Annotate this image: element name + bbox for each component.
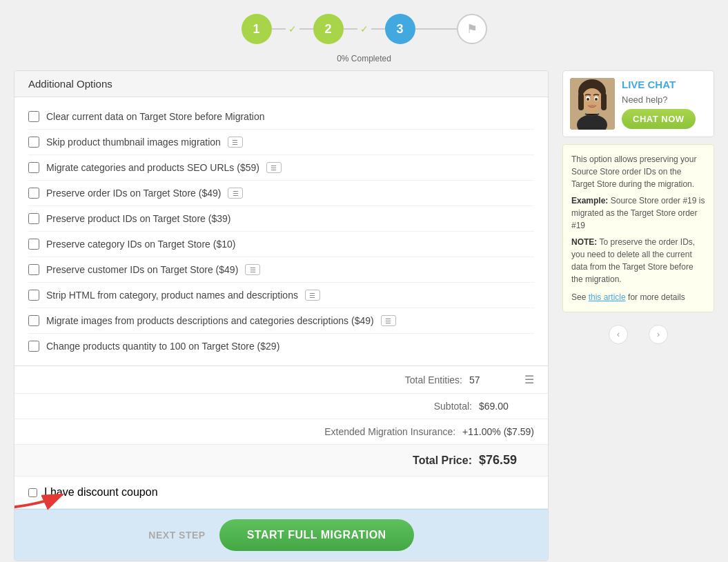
total-entities-value: 57 xyxy=(469,374,524,385)
action-bar: NEXT STEP START FULL MIGRATION xyxy=(14,509,548,561)
step-3-circle: 3 xyxy=(385,14,415,44)
info-icon-3[interactable]: ☰ xyxy=(266,162,282,173)
option-row-8: Strip HTML from category, product names … xyxy=(28,283,534,308)
carousel-nav: ‹ › xyxy=(562,319,714,350)
chat-header: LIVE CHAT Need help? CHAT NOW xyxy=(563,71,714,137)
total-price-value: $76.59 xyxy=(479,453,534,468)
info-icon-4[interactable]: ☰ xyxy=(228,188,243,199)
info-card: This option allows preserving your Sourc… xyxy=(562,144,714,312)
svg-rect-6 xyxy=(601,93,607,110)
option-label-2: Skip product thumbnail images migration xyxy=(46,137,221,148)
info-example: Example: Source Store order #19 is migra… xyxy=(571,194,705,232)
options-list: Clear current data on Target Store befor… xyxy=(14,97,548,365)
option-label-8: Strip HTML from category, product names … xyxy=(46,290,298,301)
start-migration-button[interactable]: START FULL MIGRATION xyxy=(219,519,414,551)
carousel-prev-button[interactable]: ‹ xyxy=(609,325,628,344)
avatar-svg xyxy=(570,78,615,130)
option-label-3: Migrate categories and products SEO URLs… xyxy=(46,162,259,173)
step-1-circle: 1 xyxy=(242,14,272,44)
option-row-3: Migrate categories and products SEO URLs… xyxy=(28,155,534,181)
connector-1-2: ✓ xyxy=(272,23,313,34)
option-label-6: Preserve category IDs on Target Store ($… xyxy=(46,239,235,250)
option-row-6: Preserve category IDs on Target Store ($… xyxy=(28,232,534,257)
svg-point-4 xyxy=(582,88,602,112)
option-checkbox-3[interactable] xyxy=(28,162,39,173)
option-checkbox-2[interactable] xyxy=(28,137,39,148)
option-label-9: Migrate images from products description… xyxy=(46,315,374,326)
insurance-label: Extended Migration Insurance: xyxy=(28,426,462,437)
step-2-circle: 2 xyxy=(313,14,344,44)
discount-row: I have discount coupon xyxy=(14,476,548,509)
discount-label: I have discount coupon xyxy=(44,486,158,499)
insurance-value: +11.00% ($7.59) xyxy=(462,426,534,437)
option-label-4: Preserve order IDs on Target Store ($49) xyxy=(46,188,221,199)
info-note: NOTE: To preserve the order IDs, you nee… xyxy=(571,236,705,285)
info-icon-9[interactable]: ☰ xyxy=(381,315,396,326)
stepper: 1 ✓ 2 ✓ 3 ⚑ xyxy=(0,0,728,51)
option-label-7: Preserve customer IDs on Target Store ($… xyxy=(46,264,238,275)
step-flag-wrapper: ⚑ xyxy=(457,14,487,44)
need-help-text: Need help? xyxy=(622,94,668,105)
next-step-button[interactable]: NEXT STEP xyxy=(148,530,205,541)
total-price-row: Total Price: $76.59 xyxy=(14,445,548,476)
option-label-10: Change products quantity to 100 on Targe… xyxy=(46,341,279,352)
example-label: Example: xyxy=(571,196,608,205)
option-checkbox-7[interactable] xyxy=(28,264,39,275)
option-row-2: Skip product thumbnail images migration … xyxy=(28,130,534,155)
option-row-5: Preserve product IDs on Target Store ($3… xyxy=(28,206,534,232)
total-entities-row: Total Entities: 57 ☰ xyxy=(14,366,548,394)
left-panel: Additional Options Clear current data on… xyxy=(14,70,549,561)
progress-label: 0% Completed xyxy=(337,54,391,63)
additional-options-header: Additional Options xyxy=(14,71,548,97)
connector-2-3: ✓ xyxy=(344,23,385,34)
checkmark-1: ✓ xyxy=(288,23,297,34)
info-text: This option allows preserving your Sourc… xyxy=(571,153,705,190)
option-label-5: Preserve product IDs on Target Store ($3… xyxy=(46,213,230,224)
carousel-next-button[interactable]: › xyxy=(649,325,668,344)
connector-3-flag xyxy=(415,28,457,30)
option-row-9: Migrate images from products description… xyxy=(28,308,534,334)
step-1-wrapper: 1 xyxy=(242,14,272,44)
total-entities-label: Total Entities: xyxy=(28,374,469,385)
link-suffix: for more details xyxy=(626,292,685,302)
option-checkbox-1[interactable] xyxy=(28,111,39,122)
option-checkbox-9[interactable] xyxy=(28,315,39,326)
svg-rect-5 xyxy=(578,93,584,110)
info-link-row: See this article for more details xyxy=(571,291,705,303)
info-icon-8[interactable]: ☰ xyxy=(305,290,320,301)
summary-section: Total Entities: 57 ☰ Subtotal: $69.00 Ex… xyxy=(14,365,548,476)
option-label-1: Clear current data on Target Store befor… xyxy=(46,111,264,122)
chat-now-button[interactable]: CHAT NOW xyxy=(622,109,696,129)
avatar xyxy=(570,78,615,130)
chat-card: LIVE CHAT Need help? CHAT NOW xyxy=(562,70,714,137)
step-2-wrapper: 2 xyxy=(313,14,344,44)
option-row-1: Clear current data on Target Store befor… xyxy=(28,104,534,130)
svg-point-11 xyxy=(587,98,589,101)
discount-checkbox[interactable] xyxy=(28,488,37,497)
info-icon-7[interactable]: ☰ xyxy=(245,264,260,275)
subtotal-value: $69.00 xyxy=(479,401,534,412)
step-3-wrapper: 3 xyxy=(385,14,415,44)
this-article-link[interactable]: this article xyxy=(589,292,626,302)
info-icon-2[interactable]: ☰ xyxy=(228,137,243,148)
subtotal-row: Subtotal: $69.00 xyxy=(14,394,548,419)
option-row-10: Change products quantity to 100 on Targe… xyxy=(28,334,534,359)
subtotal-label: Subtotal: xyxy=(28,401,479,412)
right-panel: LIVE CHAT Need help? CHAT NOW This optio… xyxy=(562,70,714,561)
option-checkbox-4[interactable] xyxy=(28,188,39,199)
option-row-4: Preserve order IDs on Target Store ($49)… xyxy=(28,181,534,206)
option-row-7: Preserve customer IDs on Target Store ($… xyxy=(28,257,534,283)
total-price-label: Total Price: xyxy=(28,454,479,467)
insurance-row: Extended Migration Insurance: +11.00% ($… xyxy=(14,419,548,445)
chat-info: LIVE CHAT Need help? CHAT NOW xyxy=(622,79,696,129)
svg-point-12 xyxy=(595,98,598,101)
live-chat-title: LIVE CHAT xyxy=(622,79,676,90)
option-checkbox-10[interactable] xyxy=(28,341,39,352)
checkmark-2: ✓ xyxy=(360,23,368,34)
option-checkbox-6[interactable] xyxy=(28,239,39,250)
option-checkbox-5[interactable] xyxy=(28,213,39,224)
step-flag-circle: ⚑ xyxy=(457,14,487,44)
note-label: NOTE: xyxy=(571,237,597,247)
option-checkbox-8[interactable] xyxy=(28,290,39,301)
entities-list-icon[interactable]: ☰ xyxy=(524,373,534,386)
